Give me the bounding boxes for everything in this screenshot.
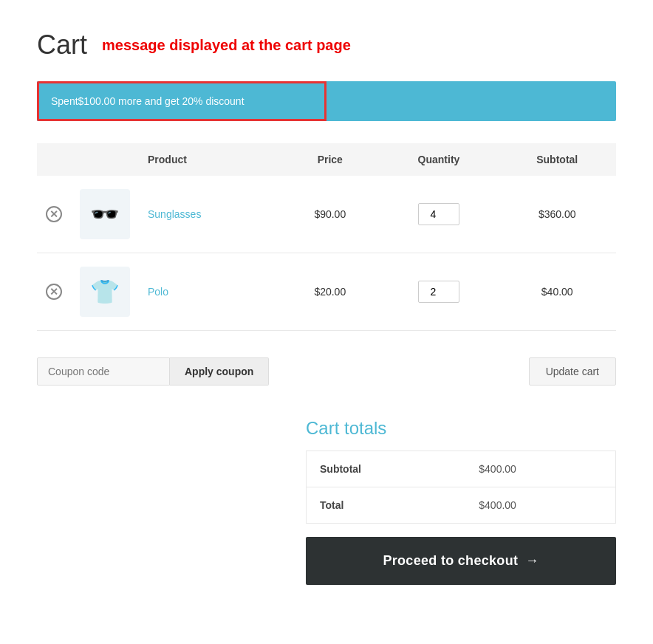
total-value: $400.00	[465, 487, 615, 524]
col-header-image	[71, 143, 139, 176]
progress-bar-container: Spent$100.00 more and get 20% discount	[37, 81, 616, 121]
coupon-section: Apply coupon	[37, 357, 269, 386]
table-header-row: Product Price Quantity Subtotal	[37, 143, 616, 176]
update-cart-button[interactable]: Update cart	[529, 357, 616, 386]
checkout-arrow-icon: →	[525, 553, 539, 568]
remove-cell: ✕	[37, 176, 71, 253]
remove-button-1[interactable]: ✕	[46, 284, 62, 300]
total-label: Total	[307, 487, 466, 524]
product-image-cell-1: 👕	[71, 253, 139, 331]
subtotal-cell-1: $40.00	[498, 253, 616, 331]
subtotal-value: $400.00	[465, 451, 615, 487]
remove-icon-0: ✕	[46, 206, 62, 222]
qty-input-0[interactable]	[418, 203, 459, 225]
qty-cell-0	[379, 176, 498, 253]
cart-table: Product Price Quantity Subtotal ✕ 🕶️ Sun…	[37, 143, 616, 331]
progress-bar-fill: Spent$100.00 more and get 20% discount	[37, 81, 326, 121]
remove-cell: ✕	[37, 253, 71, 331]
checkout-button[interactable]: Proceed to checkout→	[306, 537, 616, 585]
subtotal-row: Subtotal $400.00	[307, 451, 616, 487]
cart-totals-box: Cart totals Subtotal $400.00 Total $400.…	[306, 418, 616, 585]
remove-button-0[interactable]: ✕	[46, 206, 62, 222]
subtotal-label: Subtotal	[307, 451, 466, 487]
qty-input-1[interactable]	[418, 281, 459, 303]
col-header-product: Product	[139, 143, 281, 176]
product-image-0: 🕶️	[80, 189, 130, 239]
totals-table: Subtotal $400.00 Total $400.00	[306, 451, 616, 524]
apply-coupon-button[interactable]: Apply coupon	[170, 357, 269, 386]
table-row: ✕ 🕶️ Sunglasses $90.00 $360.00	[37, 176, 616, 253]
total-row: Total $400.00	[307, 487, 616, 524]
page-header: Cart message displayed at the cart page	[37, 30, 616, 61]
col-header-subtotal: Subtotal	[498, 143, 616, 176]
checkout-label: Proceed to checkout	[383, 553, 518, 568]
product-name-cell-0: Sunglasses	[139, 176, 281, 253]
col-header-quantity: Quantity	[379, 143, 498, 176]
product-emoji-0: 🕶️	[90, 200, 120, 228]
cart-message: message displayed at the cart page	[102, 37, 351, 54]
qty-cell-1	[379, 253, 498, 331]
remove-icon-1: ✕	[46, 284, 62, 300]
product-link-0[interactable]: Sunglasses	[148, 208, 201, 220]
col-header-price: Price	[281, 143, 379, 176]
product-name-cell-1: Polo	[139, 253, 281, 331]
price-cell-0: $90.00	[281, 176, 379, 253]
product-image-1: 👕	[80, 267, 130, 317]
col-header-remove	[37, 143, 71, 176]
cart-totals-title: Cart totals	[306, 418, 616, 439]
product-emoji-1: 👕	[90, 278, 120, 306]
page-title: Cart	[37, 30, 87, 61]
progress-bar-text: Spent$100.00 more and get 20% discount	[51, 95, 245, 107]
coupon-input[interactable]	[37, 357, 170, 386]
subtotal-cell-0: $360.00	[498, 176, 616, 253]
cart-actions: Apply coupon Update cart	[37, 349, 616, 403]
product-image-cell-0: 🕶️	[71, 176, 139, 253]
price-cell-1: $20.00	[281, 253, 379, 331]
product-link-1[interactable]: Polo	[148, 286, 168, 298]
table-row: ✕ 👕 Polo $20.00 $40.00	[37, 253, 616, 331]
cart-totals-section: Cart totals Subtotal $400.00 Total $400.…	[37, 418, 616, 585]
